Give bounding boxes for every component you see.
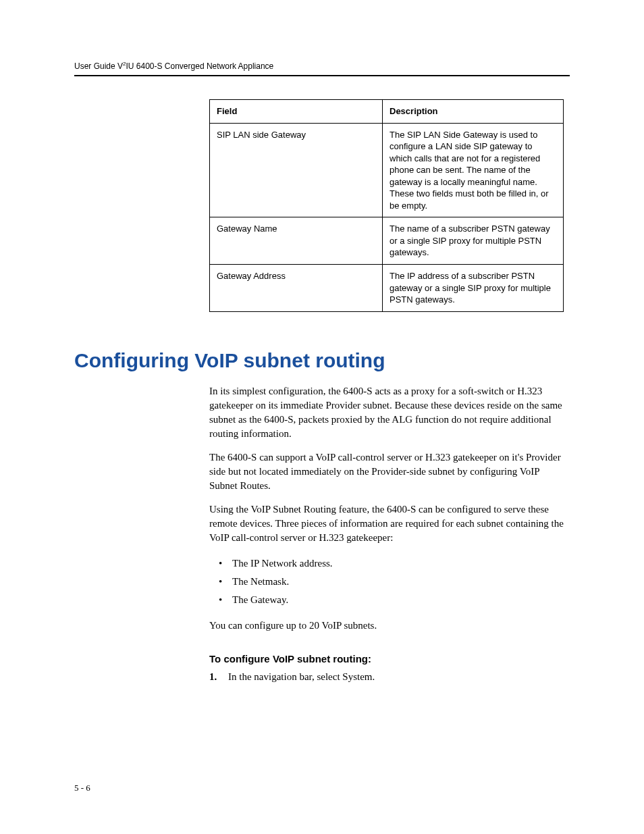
fields-table: Field Description SIP LAN side Gateway T…	[209, 99, 564, 312]
table-row: SIP LAN side Gateway The SIP LAN Side Ga…	[210, 123, 564, 217]
running-header: User Guide V2IU 6400-S Converged Network…	[74, 61, 570, 71]
table-row: Gateway Address The IP address of a subs…	[210, 265, 564, 312]
header-rule	[74, 75, 570, 76]
step-number: 1.	[209, 671, 228, 683]
step-text: In the navigation bar, select System.	[228, 671, 375, 683]
section-heading: Configuring VoIP subnet routing	[74, 349, 570, 372]
table-row: Gateway Name The name of a subscriber PS…	[210, 217, 564, 265]
step-item: 1. In the navigation bar, select System.	[209, 671, 570, 683]
body-column: Field Description SIP LAN side Gateway T…	[209, 99, 570, 312]
header-suffix: IU 6400-S Converged Network Appliance	[126, 61, 273, 71]
th-description: Description	[383, 100, 564, 124]
bullet-list: The IP Network address. The Netmask. The…	[209, 554, 570, 609]
header-prefix: User Guide V	[74, 61, 123, 71]
cell-description: The IP address of a subscriber PSTN gate…	[383, 265, 564, 312]
cell-field: Gateway Address	[210, 265, 383, 312]
list-item: The Netmask.	[209, 573, 570, 591]
paragraph: You can configure up to 20 VoIP subnets.	[209, 619, 570, 633]
list-item: The IP Network address.	[209, 554, 570, 573]
list-item: The Gateway.	[209, 591, 570, 609]
page-number: 5 - 6	[74, 783, 90, 793]
page: User Guide V2IU 6400-S Converged Network…	[0, 0, 644, 834]
cell-field: SIP LAN side Gateway	[210, 123, 383, 217]
task-heading: To configure VoIP subnet routing:	[209, 653, 570, 664]
paragraph: Using the VoIP Subnet Routing feature, t…	[209, 502, 570, 545]
cell-field: Gateway Name	[210, 217, 383, 265]
table-header-row: Field Description	[210, 100, 564, 124]
body-column: In its simplest configuration, the 6400-…	[209, 384, 570, 683]
paragraph: The 6400-S can support a VoIP call-contr…	[209, 450, 570, 493]
paragraph: In its simplest configuration, the 6400-…	[209, 384, 570, 441]
cell-description: The name of a subscriber PSTN gateway or…	[383, 217, 564, 265]
th-field: Field	[210, 100, 383, 124]
cell-description: The SIP LAN Side Gateway is used to conf…	[383, 123, 564, 217]
